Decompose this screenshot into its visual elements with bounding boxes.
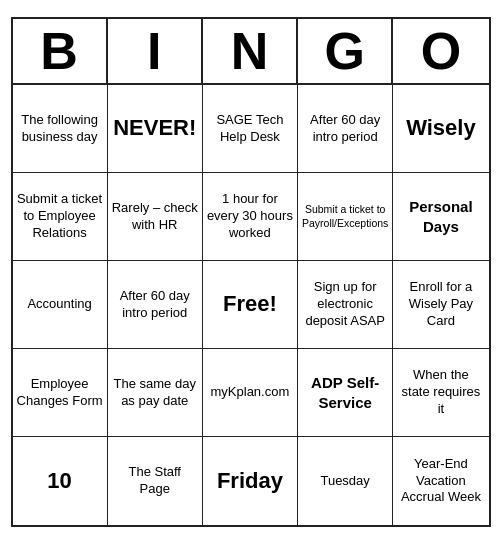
bingo-cell: NEVER! <box>108 85 203 173</box>
bingo-letter: N <box>203 19 298 83</box>
bingo-cell: myKplan.com <box>203 349 298 437</box>
bingo-cell: Year-End Vacation Accrual Week <box>393 437 488 525</box>
bingo-letter: O <box>393 19 488 83</box>
bingo-cell: 1 hour for every 30 hours worked <box>203 173 298 261</box>
bingo-letter: B <box>13 19 108 83</box>
bingo-cell: ADP Self-Service <box>298 349 393 437</box>
bingo-cell: Submit a ticket to Employee Relations <box>13 173 108 261</box>
bingo-cell: Friday <box>203 437 298 525</box>
bingo-cell: Tuesday <box>298 437 393 525</box>
bingo-letter: G <box>298 19 393 83</box>
bingo-cell: Rarely – check with HR <box>108 173 203 261</box>
bingo-cell: Wisely <box>393 85 488 173</box>
bingo-grid: The following business dayNEVER!SAGE Tec… <box>13 85 489 525</box>
bingo-cell: Submit a ticket to Payroll/Exceptions <box>298 173 393 261</box>
bingo-cell: Free! <box>203 261 298 349</box>
bingo-header: BINGO <box>13 19 489 85</box>
bingo-cell: 10 <box>13 437 108 525</box>
bingo-cell: Personal Days <box>393 173 488 261</box>
bingo-cell: SAGE Tech Help Desk <box>203 85 298 173</box>
bingo-cell: After 60 day intro period <box>108 261 203 349</box>
bingo-cell: When the state requires it <box>393 349 488 437</box>
bingo-card: BINGO The following business dayNEVER!SA… <box>11 17 491 527</box>
bingo-cell: The Staff Page <box>108 437 203 525</box>
bingo-cell: Sign up for electronic deposit ASAP <box>298 261 393 349</box>
bingo-cell: After 60 day intro period <box>298 85 393 173</box>
bingo-cell: The following business day <box>13 85 108 173</box>
bingo-cell: Employee Changes Form <box>13 349 108 437</box>
bingo-cell: The same day as pay date <box>108 349 203 437</box>
bingo-letter: I <box>108 19 203 83</box>
bingo-cell: Accounting <box>13 261 108 349</box>
bingo-cell: Enroll for a Wisely Pay Card <box>393 261 488 349</box>
